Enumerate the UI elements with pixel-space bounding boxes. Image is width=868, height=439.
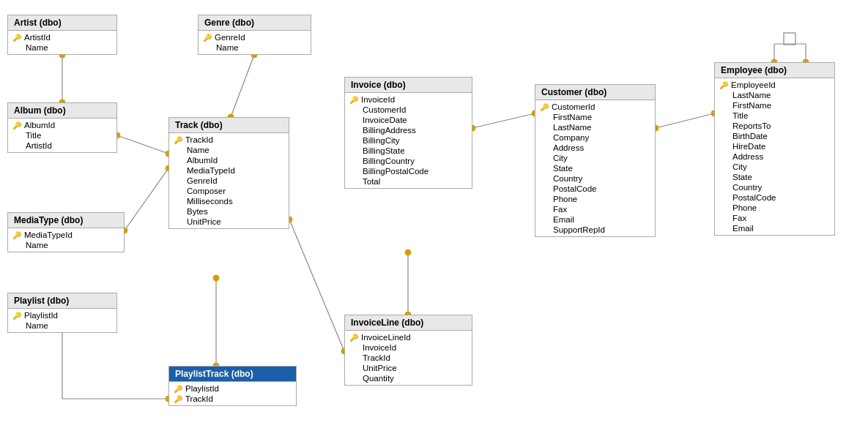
key-icon: 🔑 xyxy=(12,231,21,239)
field-row: ArtistId xyxy=(8,140,116,151)
table-header-playlisttrack: PlaylistTrack (dbo) xyxy=(169,367,296,382)
table-album[interactable]: Album (dbo)🔑AlbumIdTitleArtistId xyxy=(7,102,117,153)
field-row: Fax xyxy=(535,204,655,214)
field-name: PostalCode xyxy=(553,184,596,193)
table-body-playlisttrack: 🔑PlaylistId🔑TrackId xyxy=(169,382,296,405)
table-track[interactable]: Track (dbo)🔑TrackIdNameAlbumIdMediaTypeI… xyxy=(168,117,289,229)
table-header-track: Track (dbo) xyxy=(169,118,289,133)
field-row: InvoiceId xyxy=(345,342,472,353)
table-mediatype[interactable]: MediaType (dbo)🔑MediaTypeIdName xyxy=(7,212,125,252)
field-row: Phone xyxy=(535,194,655,204)
field-name: AlbumId xyxy=(24,121,55,130)
field-name: Name xyxy=(216,43,239,52)
field-name: City xyxy=(553,154,568,162)
field-name: City xyxy=(732,162,747,171)
svg-line-3 xyxy=(117,135,168,154)
field-name: GenreId xyxy=(215,33,245,42)
table-header-customer: Customer (dbo) xyxy=(535,85,655,100)
field-row: 🔑PlaylistId xyxy=(169,383,296,394)
field-name: Quantity xyxy=(363,374,394,383)
key-icon: 🔑 xyxy=(12,34,21,42)
field-name: Milliseconds xyxy=(187,197,233,206)
field-row: BillingAddress xyxy=(345,125,472,135)
table-body-genre: 🔑GenreIdName xyxy=(199,31,311,54)
svg-point-13 xyxy=(213,275,219,281)
table-artist[interactable]: Artist (dbo)🔑ArtistIdName xyxy=(7,15,117,55)
field-name: TrackId xyxy=(363,353,390,362)
field-name: BillingCity xyxy=(363,136,400,145)
field-name: InvoiceId xyxy=(363,343,396,352)
field-name: PlaylistId xyxy=(185,384,219,393)
table-playlist[interactable]: Playlist (dbo)🔑PlaylistIdName xyxy=(7,293,117,333)
table-customer[interactable]: Customer (dbo)🔑CustomerIdFirstNameLastNa… xyxy=(535,84,656,237)
field-name: Email xyxy=(553,215,574,224)
field-name: UnitPrice xyxy=(363,364,397,372)
diagram-canvas: Artist (dbo)🔑ArtistIdNameAlbum (dbo)🔑Alb… xyxy=(0,0,868,439)
table-body-track: 🔑TrackIdNameAlbumIdMediaTypeIdGenreIdCom… xyxy=(169,133,289,228)
field-row: GenreId xyxy=(169,176,289,186)
table-body-customer: 🔑CustomerIdFirstNameLastNameCompanyAddre… xyxy=(535,100,655,236)
key-icon: 🔑 xyxy=(203,34,212,42)
table-playlisttrack[interactable]: PlaylistTrack (dbo)🔑PlaylistId🔑TrackId xyxy=(168,366,297,406)
field-row: Address xyxy=(715,151,834,162)
field-row: 🔑MediaTypeId xyxy=(8,230,124,240)
field-name: Fax xyxy=(732,214,746,222)
table-employee[interactable]: Employee (dbo)🔑EmployeeIdLastNameFirstNa… xyxy=(714,62,835,236)
field-name: TrackId xyxy=(185,394,213,403)
field-name: Name xyxy=(26,321,48,330)
table-invoiceline[interactable]: InvoiceLine (dbo)🔑InvoiceLineIdInvoiceId… xyxy=(344,315,472,386)
field-name: BillingAddress xyxy=(363,126,416,135)
field-name: BillingState xyxy=(363,146,405,155)
field-name: Name xyxy=(26,241,48,249)
table-header-genre: Genre (dbo) xyxy=(199,15,311,31)
field-name: PlaylistId xyxy=(24,311,58,320)
field-row: BirthDate xyxy=(715,131,834,141)
field-name: Address xyxy=(732,152,763,161)
key-icon: 🔑 xyxy=(12,312,21,320)
field-row: Composer xyxy=(169,186,289,196)
field-row: PostalCode xyxy=(535,184,655,194)
field-name: Composer xyxy=(187,187,226,195)
field-name: LastName xyxy=(553,123,591,132)
field-name: Email xyxy=(732,224,754,233)
field-name: BillingCountry xyxy=(363,157,415,165)
field-name: BillingPostalCode xyxy=(363,167,429,176)
field-row: Name xyxy=(199,42,311,53)
field-row: Address xyxy=(535,143,655,153)
field-name: Address xyxy=(553,143,584,152)
field-name: TrackId xyxy=(185,135,213,144)
field-row: Name xyxy=(8,320,116,331)
field-row: HireDate xyxy=(715,141,834,151)
field-row: Fax xyxy=(715,213,834,223)
table-invoice[interactable]: Invoice (dbo)🔑InvoiceIdCustomerIdInvoice… xyxy=(344,77,472,189)
field-name: UnitPrice xyxy=(187,217,221,226)
field-row: TrackId xyxy=(345,353,472,363)
field-row: InvoiceDate xyxy=(345,115,472,125)
field-name: Title xyxy=(732,111,748,120)
field-row: UnitPrice xyxy=(345,363,472,373)
field-name: State xyxy=(732,173,752,181)
field-name: InvoiceLineId xyxy=(361,333,411,342)
field-row: CustomerId xyxy=(345,105,472,115)
field-row: 🔑InvoiceLineId xyxy=(345,332,472,342)
field-row: 🔑GenreId xyxy=(199,32,311,42)
field-row: Quantity xyxy=(345,373,472,383)
field-row: Name xyxy=(8,240,124,250)
field-row: PostalCode xyxy=(715,192,834,203)
field-row: 🔑EmployeeId xyxy=(715,80,834,90)
field-row: UnitPrice xyxy=(169,217,289,227)
field-row: 🔑InvoiceId xyxy=(345,94,472,105)
table-genre[interactable]: Genre (dbo)🔑GenreIdName xyxy=(198,15,311,55)
table-body-employee: 🔑EmployeeIdLastNameFirstNameTitleReports… xyxy=(715,78,834,235)
field-name: CustomerId xyxy=(363,105,406,114)
svg-line-9 xyxy=(231,55,254,117)
key-icon: 🔑 xyxy=(174,395,182,403)
field-row: 🔑TrackId xyxy=(169,394,296,404)
table-header-mediatype: MediaType (dbo) xyxy=(8,213,124,228)
field-row: Country xyxy=(715,182,834,192)
field-name: Bytes xyxy=(187,207,208,216)
field-row: Title xyxy=(8,130,116,140)
table-header-invoice: Invoice (dbo) xyxy=(345,78,472,93)
field-row: BillingState xyxy=(345,146,472,156)
table-header-playlist: Playlist (dbo) xyxy=(8,293,116,309)
